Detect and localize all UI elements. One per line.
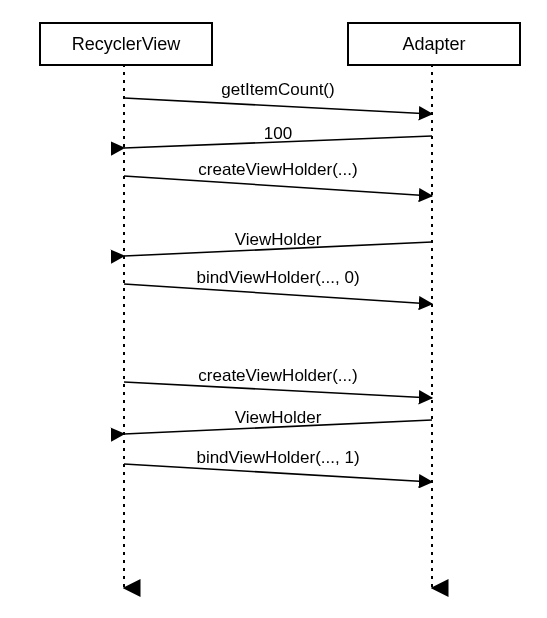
message-label-bindViewHolder-1: bindViewHolder(..., 1) (196, 448, 359, 468)
message-label-createViewHolder-1: createViewHolder(...) (198, 160, 357, 180)
message-label-createViewHolder-2: createViewHolder(...) (198, 366, 357, 386)
participant-adapter: Adapter (347, 22, 521, 66)
sequence-diagram: RecyclerView Adapter getItemCount() 100 … (0, 0, 547, 618)
participant-recyclerview: RecyclerView (39, 22, 213, 66)
message-label-return-ViewHolder-2: ViewHolder (235, 408, 322, 428)
message-label-return-ViewHolder-1: ViewHolder (235, 230, 322, 250)
arrow-getItemCount (124, 98, 432, 114)
message-label-getItemCount: getItemCount() (221, 80, 334, 100)
message-label-return-count: 100 (264, 124, 292, 144)
message-label-bindViewHolder-0: bindViewHolder(..., 0) (196, 268, 359, 288)
